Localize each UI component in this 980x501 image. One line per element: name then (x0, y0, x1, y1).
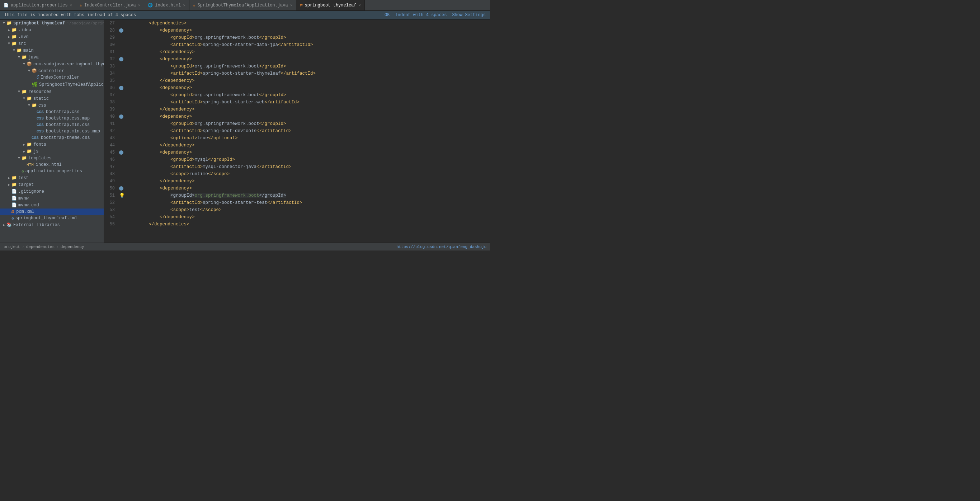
item-label: controller (38, 69, 64, 73)
table-row: 34 <artifactId>spring-boot-starter-thyme… (104, 70, 490, 77)
sidebar-item-idea[interactable]: ▶ 📁 .idea (0, 27, 103, 34)
action-ok[interactable]: OK (385, 13, 390, 18)
line-code: <groupId>org.springframework.boot</group… (126, 192, 490, 199)
tab-application-properties[interactable]: 📄 application.properties ✕ (0, 0, 76, 10)
sidebar-item-templates[interactable]: ▼ 📁 templates (0, 155, 103, 161)
line-gutter (118, 56, 126, 63)
sidebar-item-static[interactable]: ▼ 📁 static (0, 95, 103, 102)
html-icon: 🌐 (148, 3, 153, 8)
close-icon[interactable]: ✕ (290, 3, 293, 8)
arrow-icon: ▶ (6, 176, 11, 180)
arrow-icon: ▼ (11, 48, 16, 53)
folder-icon: 📁 (11, 27, 17, 33)
sidebar-item-index-controller[interactable]: C IndexController (0, 74, 103, 81)
code-editor[interactable]: 27 <dependencies>28 <dependency>29 <grou… (104, 20, 490, 243)
table-row: 28 <dependency> (104, 27, 490, 34)
line-gutter (118, 113, 126, 120)
sidebar-item-app-props[interactable]: ⚙ application.properties (0, 168, 103, 174)
item-label: pom.xml (16, 209, 34, 214)
table-row: 32 <dependency> (104, 56, 490, 63)
arrow-icon: ▼ (16, 156, 22, 160)
sidebar-item-resources[interactable]: ▼ 📁 resources (0, 88, 103, 95)
spring-icon: 🌿 (32, 81, 38, 88)
arrow-icon: ▼ (16, 55, 22, 59)
arrow-icon: ▶ (22, 149, 27, 153)
line-code: <dependency> (126, 113, 490, 120)
sidebar-item-fonts[interactable]: ▶ 📁 fonts (0, 141, 103, 148)
item-label: application.properties (25, 169, 82, 174)
line-gutter (118, 206, 126, 214)
file-icon: ⚙ (11, 216, 14, 221)
sidebar-item-springboot-app[interactable]: 🌿 SpringbootThymeleafApplication (0, 81, 103, 88)
sidebar-item-bootstrap-min-css-map[interactable]: CSS bootstrap.min.css.map (0, 128, 103, 135)
table-row: 33 <groupId>org.springframework.boot</gr… (104, 63, 490, 70)
sidebar: ▼ 📁 springboot_thymeleaf ~/sudojava/spri… (0, 20, 104, 243)
sidebar-item-js[interactable]: ▶ 📁 js (0, 148, 103, 155)
sidebar-item-bootstrap-css-map[interactable]: CSS bootstrap.css.map (0, 115, 103, 122)
line-gutter (118, 41, 126, 48)
tab-pom-xml[interactable]: m springboot_thymeleaf ✕ (296, 0, 365, 10)
tab-index-controller[interactable]: ☕ IndexController.java ✕ (76, 0, 144, 10)
line-code: <groupId>org.springframework.boot</group… (126, 120, 490, 128)
line-number: 47 (104, 163, 118, 171)
tab-springboot-app[interactable]: ☕ SpringbootThymeleafApplication.java ✕ (189, 0, 296, 10)
close-icon[interactable]: ✕ (138, 3, 141, 8)
item-label: .gitignore (18, 189, 44, 194)
close-icon[interactable]: ✕ (183, 3, 185, 8)
line-code: <dependency> (126, 85, 490, 91)
cssmap-icon: CSS (37, 129, 44, 134)
line-gutter (118, 185, 126, 192)
sidebar-item-target[interactable]: ▶ 📁 target (0, 181, 103, 188)
sidebar-item-mvnw[interactable]: 📄 mvnw (0, 195, 103, 202)
action-indent[interactable]: Indent with 4 spaces (395, 13, 447, 18)
arrow-icon: ▼ (27, 103, 32, 107)
line-code: <dependency> (126, 27, 490, 34)
table-row: 54 </dependency> (104, 214, 490, 221)
line-code: <dependency> (126, 149, 490, 156)
arrow-icon: ▼ (16, 90, 22, 94)
line-number: 27 (104, 20, 118, 27)
sidebar-item-project-root[interactable]: ▼ 📁 springboot_thymeleaf ~/sudojava/spri… (0, 20, 103, 27)
action-settings[interactable]: Show Settings (452, 13, 486, 18)
arrow-icon: ▼ (22, 97, 27, 101)
sidebar-item-bootstrap-css[interactable]: CSS bootstrap.css (0, 109, 103, 115)
sidebar-item-index-html[interactable]: HTM index.html (0, 161, 103, 168)
css-icon: CSS (32, 136, 39, 140)
close-icon[interactable]: ✕ (70, 3, 72, 8)
line-number: 52 (104, 199, 118, 206)
sidebar-item-test[interactable]: ▶ 📁 test (0, 174, 103, 181)
close-icon[interactable]: ✕ (359, 3, 361, 8)
sidebar-item-pom-xml[interactable]: m pom.xml (0, 209, 103, 215)
sidebar-item-iml[interactable]: ⚙ springboot_thymeleaf.iml (0, 215, 103, 222)
sidebar-item-external-libs[interactable]: ▶ 📚 External Libraries (0, 222, 103, 228)
sidebar-item-css[interactable]: ▼ 📁 css (0, 102, 103, 109)
tab-label: SpringbootThymeleafApplication.java (198, 3, 288, 8)
line-gutter (118, 27, 126, 34)
tab-index-html[interactable]: 🌐 index.html ✕ (144, 0, 189, 10)
table-row: 41 <groupId>org.springframework.boot</gr… (104, 120, 490, 128)
table-row: 29 <groupId>org.springframework.boot</gr… (104, 34, 490, 41)
sidebar-item-bootstrap-theme[interactable]: CSS bootstrap-theme.css (0, 135, 103, 141)
sidebar-item-bootstrap-min-css[interactable]: CSS bootstrap.min.css (0, 122, 103, 128)
folder-icon: 📁 (11, 41, 17, 46)
table-row: 55 </dependencies> (104, 221, 490, 228)
line-code: <artifactId>spring-boot-starter-web</art… (126, 99, 490, 106)
item-label: js (33, 149, 38, 154)
line-number: 55 (104, 221, 118, 228)
sidebar-item-mvnw-cmd[interactable]: 📄 mvnw.cmd (0, 202, 103, 209)
folder-icon: 📁 (22, 89, 27, 94)
sidebar-item-java[interactable]: ▼ 📁 java (0, 54, 103, 61)
sidebar-item-src[interactable]: ▼ 📁 src (0, 40, 103, 47)
project-icon: 📁 (6, 21, 12, 26)
line-code: <groupId>mysql</groupId> (126, 156, 490, 163)
sidebar-item-main[interactable]: ▼ 📁 main (0, 47, 103, 54)
sidebar-item-package[interactable]: ▼ 📦 com.sudojava.springboot_thymeleaf (0, 61, 103, 67)
line-number: 34 (104, 70, 118, 77)
sidebar-item-controller[interactable]: ▼ 📦 controller (0, 67, 103, 74)
status-url: https://blog.csdn.net/qianfeng_dashuju (396, 245, 487, 249)
line-gutter (118, 91, 126, 99)
sidebar-item-mvn[interactable]: ▶ 📁 .mvn (0, 34, 103, 40)
libs-icon: 📚 (6, 222, 12, 228)
sidebar-item-gitignore[interactable]: 📄 .gitignore (0, 188, 103, 195)
line-gutter (118, 142, 126, 149)
